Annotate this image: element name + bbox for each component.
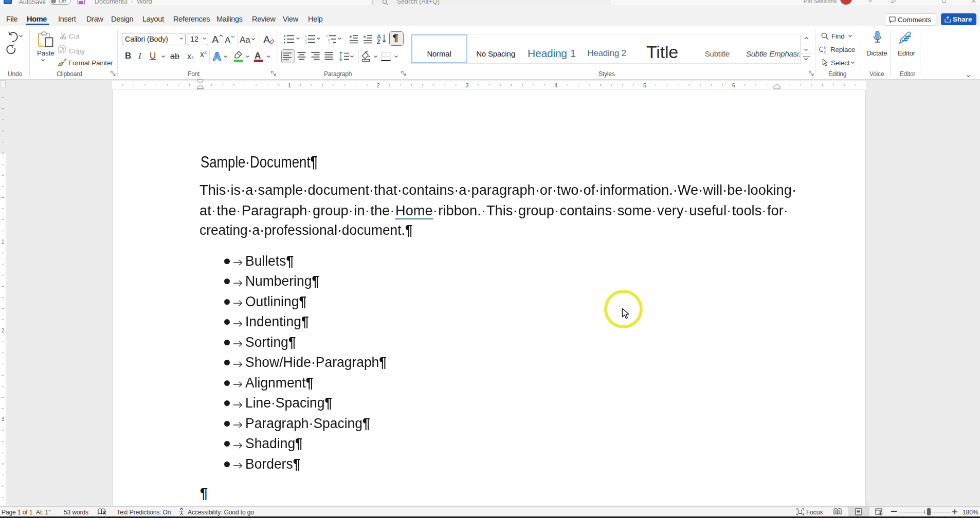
svg-text:3: 3	[465, 82, 468, 88]
svg-text:1: 1	[2, 239, 5, 245]
svg-text:1: 1	[305, 34, 307, 38]
svg-text:2: 2	[305, 38, 307, 41]
svg-text:2: 2	[2, 328, 5, 334]
svg-text:3: 3	[2, 416, 5, 422]
svg-text:a: a	[328, 38, 330, 41]
svg-text:i: i	[329, 41, 330, 44]
svg-text:1: 1	[288, 82, 291, 88]
svg-text:1: 1	[326, 34, 328, 38]
svg-text:5: 5	[643, 82, 646, 88]
svg-text:2: 2	[377, 82, 380, 88]
svg-text:c: c	[824, 49, 826, 54]
svg-text:4: 4	[554, 82, 557, 88]
svg-text:6: 6	[732, 82, 735, 88]
